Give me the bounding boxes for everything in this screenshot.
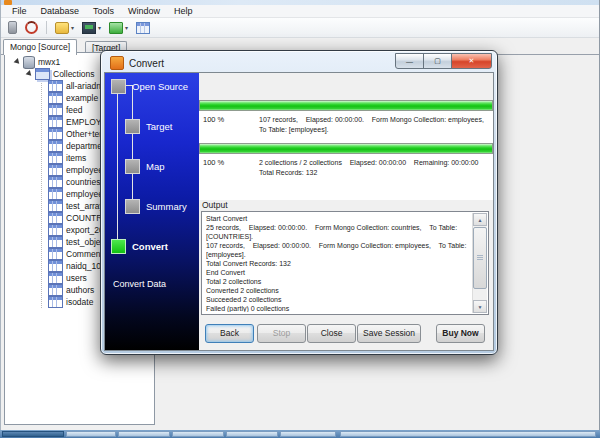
app-icon <box>4 0 12 5</box>
tree-item-label: countries <box>66 177 101 187</box>
expander-icon[interactable] <box>26 70 34 78</box>
scroll-down-icon[interactable]: ▼ <box>473 300 487 313</box>
import-icon[interactable]: ▾ <box>80 20 103 36</box>
menu-item[interactable]: File <box>5 5 34 17</box>
taskbar-button[interactable] <box>172 431 224 437</box>
minimize-icon[interactable]: — <box>395 53 424 69</box>
expander-icon[interactable] <box>14 58 22 66</box>
dropdown-caret-icon: ▾ <box>71 25 74 31</box>
toolbar: ▾ ▾ ▾ <box>1 18 599 38</box>
total-progress-text: 2 collections / 2 collections Elapsed: 0… <box>259 158 488 178</box>
wizard-step[interactable]: Map <box>125 159 164 174</box>
dialog-button-row: Back Stop Close Save Session Buy Now <box>199 324 493 343</box>
scroll-up-icon[interactable]: ▲ <box>473 213 487 226</box>
total-progress-info: 100 % 2 collections / 2 collections Elap… <box>199 154 493 200</box>
export-icon[interactable]: ▾ <box>107 20 130 36</box>
tree-item-label: users <box>66 273 87 283</box>
taskbar-button[interactable] <box>2 431 64 437</box>
maximize-icon[interactable]: ▢ <box>423 53 452 69</box>
step-label: Target <box>146 121 172 132</box>
table-icon <box>48 188 63 200</box>
output-box: Start Convert25 records, Elapsed: 00:00:… <box>201 211 489 315</box>
menu-item[interactable]: Help <box>167 5 200 17</box>
connect-icon[interactable] <box>6 20 19 36</box>
tree-item-label: test_array <box>66 201 104 211</box>
close-button[interactable]: Close <box>307 324 356 343</box>
step-label: Summary <box>146 201 187 212</box>
table-icon <box>48 272 63 284</box>
dialog-titlebar[interactable]: Convert — ▢ ✕ <box>104 54 494 72</box>
step-connector <box>117 85 118 245</box>
tree-item-label: example <box>66 93 98 103</box>
dialog-title: Convert <box>129 58 164 69</box>
save-session-button[interactable]: Save Session <box>357 324 421 343</box>
grid-view-icon[interactable] <box>134 20 152 36</box>
step-label: Map <box>146 161 164 172</box>
back-button[interactable]: Back <box>205 324 254 343</box>
step-marker-icon <box>125 119 140 134</box>
step-marker-icon <box>125 199 140 214</box>
table-icon <box>48 248 63 260</box>
table-icon <box>48 152 63 164</box>
menu-bar: FileDatabaseToolsWindowHelp <box>1 5 599 18</box>
open-database-icon[interactable]: ▾ <box>53 20 76 36</box>
menu-item[interactable]: Tools <box>86 5 121 17</box>
output-line: Total 2 collections <box>206 277 470 286</box>
output-line: 107 records, Elapsed: 00:00:00. Form Mon… <box>206 241 470 259</box>
table-icon <box>48 92 63 104</box>
taskbar-button[interactable] <box>226 431 278 437</box>
convert-dialog: Convert — ▢ ✕ Open Source Target <box>100 50 498 355</box>
tree-item-label: items <box>66 153 86 163</box>
stop-button: Stop <box>257 324 306 343</box>
tree-root-label: mwx1 <box>38 57 60 67</box>
menu-item[interactable]: Window <box>121 5 167 17</box>
table-icon <box>48 104 63 116</box>
close-icon[interactable]: ✕ <box>451 53 492 69</box>
output-line: End Convert <box>206 268 470 277</box>
table-icon <box>48 224 63 236</box>
tab-mongo-source[interactable]: Mongo [Source] <box>3 39 77 55</box>
tree-item-label: employee <box>66 165 103 175</box>
wizard-step[interactable]: Convert <box>111 239 168 254</box>
taskbar[interactable] <box>0 430 600 438</box>
buy-now-button[interactable]: Buy Now <box>436 324 485 343</box>
table-icon <box>48 200 63 212</box>
wizard-step[interactable]: Summary <box>125 199 187 214</box>
menu-item[interactable]: Database <box>34 5 87 17</box>
tree-item-label: isodate <box>66 297 93 307</box>
output-label: Output <box>202 200 228 210</box>
total-progress-percent: 100 % <box>203 158 224 167</box>
taskbar-button[interactable] <box>118 431 170 437</box>
step-marker-icon <box>125 159 140 174</box>
output-scrollbar[interactable]: ▲ ▼ <box>472 213 487 313</box>
collections-icon <box>35 68 50 80</box>
toolbar-separator <box>46 21 47 34</box>
tree-collections-label: Collections <box>53 69 95 79</box>
step-connector <box>132 85 133 205</box>
disconnect-icon[interactable] <box>23 20 40 36</box>
table-icon <box>48 176 63 188</box>
taskbar-button[interactable] <box>280 431 336 437</box>
convert-dialog-icon <box>110 56 124 70</box>
table-icon <box>48 128 63 140</box>
output-line: Converted 2 collections <box>206 286 470 295</box>
scroll-thumb[interactable] <box>473 227 487 289</box>
table-icon <box>48 296 63 308</box>
collection-progress-info: 100 % 107 records, Elapsed: 00:00:00. Fo… <box>199 111 493 143</box>
sidebar-footer-label: Convert Data <box>113 279 166 289</box>
table-icon <box>48 212 63 224</box>
table-icon <box>48 164 63 176</box>
output-line: Total Convert Records: 132 <box>206 259 470 268</box>
output-line: 25 records, Elapsed: 00:00:00. Form Mong… <box>206 223 470 241</box>
table-icon <box>48 236 63 248</box>
taskbar-button[interactable] <box>340 431 596 437</box>
step-label: Convert <box>132 241 168 252</box>
taskbar-button[interactable] <box>66 431 116 437</box>
window-titlebar[interactable] <box>1 0 599 5</box>
table-icon <box>48 80 63 92</box>
wizard-step[interactable]: Target <box>125 119 172 134</box>
table-icon <box>48 260 63 272</box>
scroll-grip-icon <box>477 255 483 261</box>
dialog-client: Open Source Target Map Summary Convert <box>104 72 494 351</box>
wizard-step[interactable]: Open Source <box>111 79 188 94</box>
